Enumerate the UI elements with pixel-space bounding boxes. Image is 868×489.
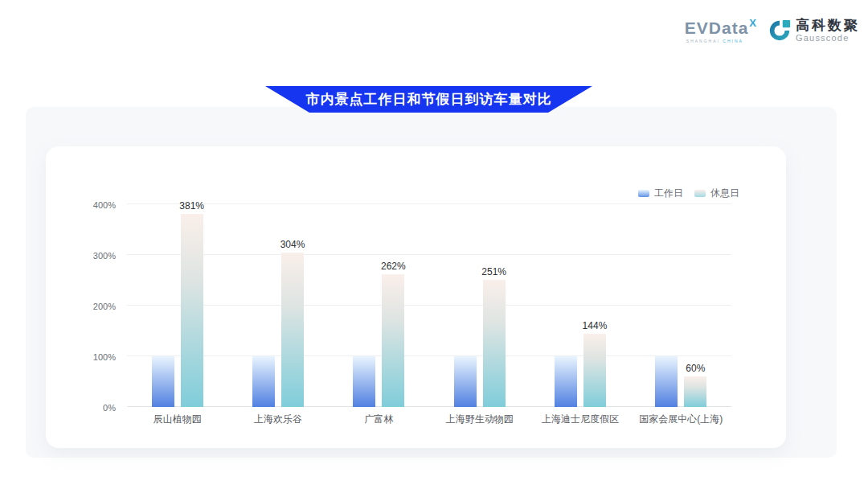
bar-value-label: 304% bbox=[280, 239, 305, 250]
evdata-logo: EVData X SHANGHAI CHINA bbox=[685, 18, 756, 43]
bar-工作日-上海欢乐谷 bbox=[252, 356, 275, 407]
y-axis-tick-label: 300% bbox=[69, 251, 116, 261]
x-axis-category-label: 上海欢乐谷 bbox=[227, 413, 328, 426]
bar-wrap-工作日 bbox=[252, 356, 275, 407]
y-axis-tick-label: 400% bbox=[69, 200, 116, 210]
legend-swatch-icon bbox=[694, 190, 706, 197]
chart-legend: 工作日休息日 bbox=[638, 187, 739, 200]
bar-group: 60%国家会展中心(上海) bbox=[631, 204, 731, 407]
evdata-logo-subtext: SHANGHAI CHINA bbox=[685, 39, 756, 43]
bar-wrap-休息日: 262% bbox=[382, 274, 404, 407]
x-axis-category-label: 广富林 bbox=[329, 413, 429, 426]
legend-label: 休息日 bbox=[710, 187, 739, 200]
chart-panel: 工作日休息日 0%100%200%300%400%381%辰山植物园304%上海… bbox=[26, 107, 837, 458]
page-title: 市内景点工作日和节假日到访车量对比 bbox=[306, 90, 552, 109]
bar-wrap-休息日: 381% bbox=[181, 214, 203, 407]
page: { "header": { "evdata_logo": { "text": "… bbox=[0, 0, 868, 489]
bar-wrap-休息日: 304% bbox=[281, 253, 304, 407]
y-axis-tick-label: 200% bbox=[69, 302, 116, 311]
bar-休息日-广富林 bbox=[382, 274, 404, 407]
x-axis-category-label: 上海迪士尼度假区 bbox=[530, 413, 630, 426]
bar-休息日-上海迪士尼度假区 bbox=[583, 334, 606, 407]
bar-value-label: 144% bbox=[583, 320, 608, 331]
y-axis-tick-label: 100% bbox=[69, 352, 116, 362]
evdata-x-icon: X bbox=[749, 19, 756, 27]
legend-item-休息日[interactable]: 休息日 bbox=[694, 187, 739, 200]
legend-label: 工作日 bbox=[654, 187, 683, 200]
chart-plot: 0%100%200%300%400%381%辰山植物园304%上海欢乐谷262%… bbox=[127, 204, 731, 407]
y-axis-tick-label: 0% bbox=[69, 403, 116, 413]
x-axis-category-label: 国家会展中心(上海) bbox=[631, 413, 731, 426]
bar-wrap-休息日: 60% bbox=[684, 376, 706, 407]
chart-card: 工作日休息日 0%100%200%300%400%381%辰山植物园304%上海… bbox=[46, 146, 786, 448]
bar-休息日-上海野生动物园 bbox=[483, 280, 506, 407]
bar-休息日-上海欢乐谷 bbox=[281, 253, 304, 407]
gausscode-cn-label: 高科数聚 bbox=[796, 18, 860, 33]
bar-groups: 381%辰山植物园304%上海欢乐谷262%广富林251%上海野生动物园144%… bbox=[127, 204, 731, 407]
gausscode-logo: 高科数聚 Gausscode bbox=[768, 18, 860, 43]
bar-group: 251%上海野生动物园 bbox=[429, 204, 530, 407]
evdata-logo-text: EVData bbox=[685, 19, 749, 37]
gausscode-en-label: Gausscode bbox=[796, 33, 860, 43]
bar-工作日-上海野生动物园 bbox=[454, 356, 477, 407]
bar-休息日-辰山植物园 bbox=[181, 214, 203, 407]
bar-wrap-工作日 bbox=[353, 356, 375, 407]
legend-swatch-icon bbox=[638, 190, 649, 197]
bar-wrap-工作日 bbox=[655, 356, 678, 407]
bar-group: 304%上海欢乐谷 bbox=[227, 204, 328, 407]
bar-wrap-工作日 bbox=[152, 356, 174, 407]
bar-wrap-休息日: 144% bbox=[583, 334, 606, 407]
legend-item-工作日[interactable]: 工作日 bbox=[638, 187, 683, 200]
bar-group: 381%辰山植物园 bbox=[127, 204, 227, 407]
bar-休息日-国家会展中心(上海) bbox=[684, 376, 706, 407]
bar-value-label: 60% bbox=[686, 363, 705, 374]
bar-工作日-国家会展中心(上海) bbox=[655, 356, 678, 407]
bar-工作日-广富林 bbox=[353, 356, 375, 407]
bar-wrap-工作日 bbox=[454, 356, 477, 407]
bar-group: 144%上海迪士尼度假区 bbox=[530, 204, 630, 407]
bar-value-label: 251% bbox=[481, 266, 506, 277]
bar-value-label: 381% bbox=[179, 200, 204, 212]
gausscode-logo-text: 高科数聚 Gausscode bbox=[796, 18, 860, 43]
bar-wrap-工作日 bbox=[555, 356, 577, 407]
x-axis-category-label: 上海野生动物园 bbox=[429, 413, 530, 426]
bar-value-label: 262% bbox=[381, 261, 406, 272]
bar-wrap-休息日: 251% bbox=[483, 280, 506, 407]
bar-工作日-上海迪士尼度假区 bbox=[555, 356, 577, 407]
title-banner: 市内景点工作日和节假日到访车量对比 bbox=[265, 86, 592, 113]
x-axis-category-label: 辰山植物园 bbox=[127, 413, 227, 426]
gausscode-g-icon bbox=[768, 18, 792, 43]
bar-工作日-辰山植物园 bbox=[152, 356, 174, 407]
header-logos: EVData X SHANGHAI CHINA 高科数聚 Gausscode bbox=[685, 18, 860, 43]
bar-group: 262%广富林 bbox=[329, 204, 429, 407]
